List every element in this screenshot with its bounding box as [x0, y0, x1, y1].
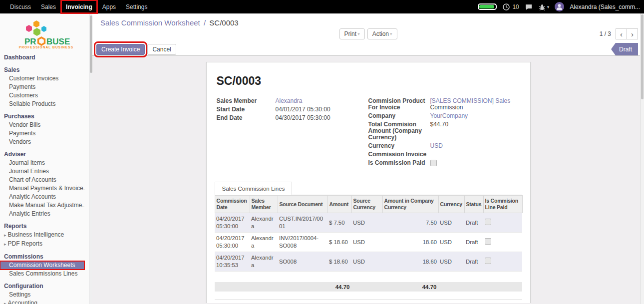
sidebar-item-analytic-entries[interactable]: Analytic Entries	[0, 210, 84, 218]
user-avatar[interactable]	[555, 2, 564, 11]
field-label: Total Commision Amount (Company Currency…	[368, 121, 430, 141]
is-commission-paid-checkbox[interactable]	[430, 160, 437, 166]
line-paid-checkbox[interactable]	[485, 238, 491, 245]
cell-amount: $ 18.60	[327, 252, 351, 272]
sidebar-item-chart-of-accounts[interactable]: Chart of Accounts	[0, 176, 84, 184]
sidebar-item-dashboard[interactable]: Dashboard	[0, 52, 84, 62]
table-header-row: Commission Date Sales Member Source Docu…	[215, 196, 522, 213]
sidebar-item-accounting[interactable]: ▸Accounting	[0, 299, 84, 304]
print-button[interactable]: Print▾	[339, 28, 364, 39]
menu-invoicing[interactable]: Invoicing	[61, 0, 97, 13]
cancel-button[interactable]: Cancel	[147, 44, 176, 55]
sidebar-item-customers[interactable]: Customers	[0, 91, 84, 100]
main-content: Sales Commission Worksheet / SC/0003 Pri…	[92, 13, 644, 304]
sidebar-section-commissions[interactable]: Commissions	[0, 252, 84, 261]
breadcrumb-parent-link[interactable]: Sales Commission Worksheet	[100, 18, 200, 27]
cell-currency: USD	[438, 252, 464, 272]
sidebar: PR BUSE PROFESSIONAL BUSINESS Dashboard …	[0, 13, 92, 304]
sidebar-item-sellable-products[interactable]: Sellable Products	[0, 100, 84, 108]
messages-icon[interactable]	[525, 3, 533, 11]
sidebar-item-analytic-accounts[interactable]: Analytic Accounts	[0, 193, 84, 201]
field-total-commission: Total Commision Amount (Company Currency…	[368, 121, 522, 141]
sidebar-item-commission-worksheets[interactable]: Commission Worksheets	[0, 261, 84, 270]
sidebar-item-tax-adjustments[interactable]: Make Manual Tax Adjustme...	[0, 201, 84, 210]
company-logo[interactable]: PR BUSE PROFESSIONAL BUSINESS	[0, 13, 92, 51]
sidebar-item-settings[interactable]: Settings	[0, 291, 84, 299]
caret-down-icon: ▾	[390, 30, 392, 37]
sidebar-item-sales-commissions-lines[interactable]: Sales Commissions Lines	[0, 270, 84, 278]
col-sales-member[interactable]: Sales Member	[250, 196, 278, 213]
pager-previous-button[interactable]: ‹	[616, 28, 627, 39]
field-groups: Sales Member Alexandra Start Date 04/01/…	[217, 98, 522, 170]
cell-paid	[483, 252, 522, 272]
sidebar-nav: Dashboard Sales Customer Invoices Paymen…	[0, 51, 92, 304]
sidebar-section-reports[interactable]: Reports	[0, 221, 84, 231]
sidebar-section-adviser[interactable]: Adviser	[0, 149, 84, 159]
cell-status: Draft	[464, 233, 483, 252]
user-menu[interactable]: Alexandra (Sales_comm...	[570, 3, 640, 10]
menu-apps[interactable]: Apps	[97, 0, 121, 13]
col-source-document[interactable]: Source Document	[278, 196, 327, 213]
create-invoice-button[interactable]: Create Invoice	[96, 44, 145, 55]
sidebar-section-sales[interactable]: Sales	[0, 65, 84, 74]
commission-product-rest: Commission	[430, 104, 522, 111]
cell-status: Draft	[464, 213, 483, 233]
start-date-value: 04/01/2017 05:30:00	[276, 106, 364, 113]
sidebar-item-label: Business Intelligence	[8, 231, 64, 238]
table-row[interactable]: 04/20/2017 05:30:00 Alexandra INV/2017/0…	[215, 233, 522, 252]
breadcrumb-separator: /	[204, 18, 206, 27]
field-end-date: End Date 04/30/2017 05:30:00	[217, 115, 364, 121]
sidebar-scrollbar[interactable]	[89, 13, 92, 304]
cell-date: 04/20/2017 05:30:00	[215, 213, 250, 233]
sidebar-item-customer-invoices[interactable]: Customer Invoices	[0, 74, 84, 83]
field-label: Sales Member	[217, 98, 276, 104]
sidebar-item-payments-purchases[interactable]: Payments	[0, 129, 84, 138]
expand-arrow-icon: ▸	[4, 242, 6, 247]
col-amount[interactable]: Amount	[327, 196, 351, 213]
pager-next-button[interactable]: ›	[627, 28, 638, 39]
col-source-currency[interactable]: Source Currency	[351, 196, 382, 213]
activity-menu[interactable]: 10	[502, 3, 519, 11]
field-group-right: Commision Product For Invoice [SALES COM…	[368, 98, 522, 170]
clock-icon	[502, 3, 510, 11]
sidebar-section-configuration[interactable]: Configuration	[0, 281, 84, 291]
debug-menu[interactable]: ▾	[538, 3, 550, 11]
tab-sales-commission-lines[interactable]: Sales Commission Lines	[215, 182, 293, 195]
status-badge-draft[interactable]: Draft	[611, 43, 638, 55]
col-is-commission-line-paid[interactable]: Is Commision Line Paid	[483, 196, 522, 213]
menu-discuss[interactable]: Discuss	[5, 0, 36, 13]
currency-link[interactable]: USD	[430, 143, 522, 149]
action-button[interactable]: Action▾	[367, 28, 397, 39]
table-row[interactable]: 04/20/2017 05:30:00 Alexandra CUST.IN/20…	[215, 213, 522, 233]
field-is-commission-paid: Is Commission Paid	[368, 160, 522, 168]
breadcrumb-current: SC/0003	[209, 18, 238, 27]
sidebar-scrollbar-thumb[interactable]	[90, 15, 92, 73]
sidebar-item-vendor-bills[interactable]: Vendor Bills	[0, 121, 84, 129]
menu-sales[interactable]: Sales	[36, 0, 61, 13]
page-scrollbar-thumb[interactable]	[641, 14, 644, 99]
sidebar-item-payments-sales[interactable]: Payments	[0, 83, 84, 91]
sidebar-section-purchases[interactable]: Purchases	[0, 111, 84, 121]
col-currency[interactable]: Currency	[438, 196, 464, 213]
col-amount-company-currency[interactable]: Amount in Company Currency	[382, 196, 438, 213]
menu-settings[interactable]: Settings	[121, 0, 152, 13]
sales-member-link[interactable]: Alexandra	[276, 98, 364, 104]
sidebar-item-journal-entries[interactable]: Journal Entries	[0, 167, 84, 176]
field-currency: Currency USD	[368, 143, 522, 149]
line-paid-checkbox[interactable]	[485, 219, 491, 225]
sidebar-item-vendors[interactable]: Vendors	[0, 138, 84, 146]
cell-date: 04/20/2017 05:30:00	[215, 233, 250, 252]
page-scrollbar[interactable]	[640, 13, 644, 304]
sidebar-item-business-intelligence[interactable]: ▸Business Intelligence	[0, 231, 84, 240]
caret-down-icon: ▾	[547, 4, 550, 9]
table-row[interactable]: 04/20/2017 10:35:53 Alexandra SO008 $ 18…	[215, 252, 522, 272]
sidebar-item-pdf-reports[interactable]: ▸PDF Reports	[0, 240, 84, 249]
action-label: Action	[372, 30, 389, 37]
sidebar-item-journal-items[interactable]: Journal Items	[0, 159, 84, 167]
cell-paid	[483, 213, 522, 233]
sidebar-item-manual-payments[interactable]: Manual Payments & Invoice...	[0, 184, 84, 193]
col-status[interactable]: Status	[464, 196, 483, 213]
company-link[interactable]: YourCompany	[430, 113, 522, 119]
line-paid-checkbox[interactable]	[485, 258, 491, 264]
col-commission-date[interactable]: Commission Date	[215, 196, 250, 213]
